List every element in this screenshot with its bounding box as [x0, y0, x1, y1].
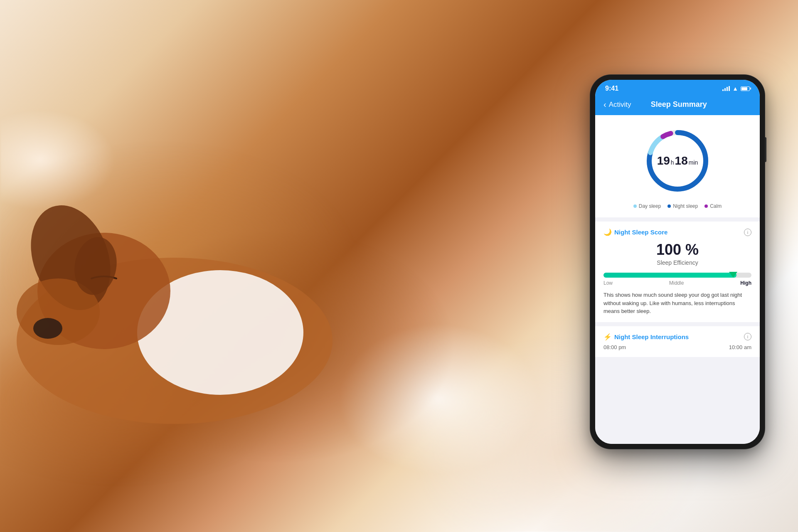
calm-dot	[704, 204, 708, 208]
score-info-button[interactable]: i	[744, 229, 751, 236]
score-description: This shows how much sound sleep your dog…	[603, 291, 751, 315]
progress-labels: Low Middle High	[603, 280, 751, 286]
nav-title: Sleep Summary	[631, 100, 727, 109]
calm-label: Calm	[710, 203, 722, 209]
lightning-icon: ⚡	[603, 333, 612, 341]
score-card-header: 🌙 Night Sleep Score i	[603, 228, 751, 236]
night-sleep-label: Night sleep	[673, 203, 698, 209]
label-low: Low	[603, 280, 613, 286]
score-progress-container: Low Middle High	[603, 273, 751, 286]
content-area: 19 h 18 min Day sleep	[595, 115, 760, 444]
sleep-score-icon: 🌙	[603, 228, 612, 236]
progress-bar-fill	[603, 273, 736, 278]
sleep-h-label: h	[671, 159, 674, 166]
signal-bar-3	[727, 87, 728, 91]
time-range: 08:00 pm 10:00 am	[603, 344, 751, 350]
score-value: 100 %	[603, 241, 751, 259]
night-sleep-dot	[667, 204, 671, 208]
nav-bar: ‹ Activity Sleep Summary	[595, 96, 760, 115]
interruptions-info-button[interactable]: i	[744, 333, 751, 340]
status-icons: ▲	[722, 85, 750, 92]
time-start: 08:00 pm	[603, 344, 626, 350]
sleep-ring-section: 19 h 18 min Day sleep	[595, 115, 760, 217]
back-button[interactable]: ‹ Activity	[603, 100, 631, 109]
interruptions-title-text: Night Sleep Interruptions	[614, 333, 689, 340]
score-label: Sleep Efficiency	[603, 259, 751, 266]
sleep-legend: Day sleep Night sleep Calm	[633, 203, 722, 209]
time-end: 10:00 am	[729, 344, 751, 350]
sleep-min-label: min	[689, 159, 698, 166]
signal-bar-2	[724, 88, 726, 91]
signal-bar-4	[729, 86, 730, 91]
signal-icon	[722, 86, 730, 91]
info-icon-text: i	[747, 230, 748, 235]
label-high: High	[740, 280, 751, 286]
sleep-duration: 19 h 18 min	[657, 154, 698, 167]
score-card-title: 🌙 Night Sleep Score	[603, 228, 667, 236]
battery-icon	[741, 86, 750, 91]
phone-wrapper: 9:41 ▲	[590, 75, 765, 449]
signal-bar-1	[722, 89, 724, 91]
legend-day-sleep: Day sleep	[633, 203, 661, 209]
legend-night-sleep: Night sleep	[667, 203, 698, 209]
interruptions-header: ⚡ Night Sleep Interruptions i	[603, 333, 751, 341]
battery-fill	[741, 87, 747, 90]
label-middle: Middle	[669, 280, 684, 286]
progress-bar-bg	[603, 273, 751, 278]
progress-indicator	[729, 272, 737, 278]
night-sleep-interruptions-card: ⚡ Night Sleep Interruptions i 08:00 pm 1…	[595, 326, 760, 357]
back-chevron-icon: ‹	[603, 100, 606, 109]
score-title-text: Night Sleep Score	[614, 229, 667, 236]
night-sleep-score-card: 🌙 Night Sleep Score i 100 % Sleep Effici…	[595, 222, 760, 322]
interruptions-info-icon: i	[747, 334, 748, 339]
back-label: Activity	[609, 101, 631, 109]
status-bar: 9:41 ▲	[595, 80, 760, 96]
interruptions-title: ⚡ Night Sleep Interruptions	[603, 333, 689, 341]
phone-screen: 9:41 ▲	[595, 80, 760, 444]
wifi-icon: ▲	[732, 85, 738, 92]
sleep-minutes: 18	[675, 154, 688, 167]
day-sleep-dot	[633, 204, 637, 208]
day-sleep-label: Day sleep	[639, 203, 661, 209]
status-time: 9:41	[605, 85, 618, 92]
phone-frame: 9:41 ▲	[590, 75, 765, 449]
sleep-hours: 19	[657, 154, 670, 167]
sleep-ring-container: 19 h 18 min	[644, 128, 711, 194]
legend-calm: Calm	[704, 203, 722, 209]
